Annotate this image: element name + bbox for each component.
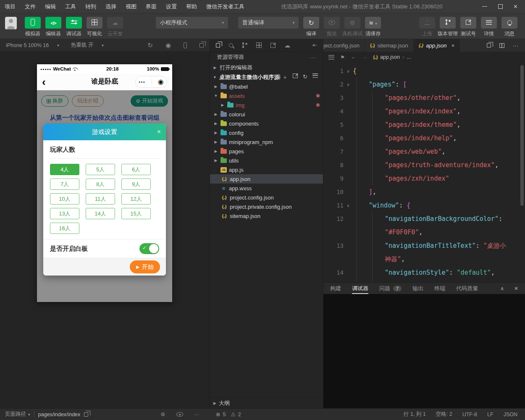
player-option-8人[interactable]: 8人 <box>86 178 115 190</box>
editor-tab-ject.config.json[interactable]: ject.config.json <box>323 39 365 52</box>
back-arrow-icon[interactable]: ← <box>351 54 356 60</box>
home-capsule-icon[interactable]: ◉ <box>158 79 164 85</box>
tree-item-app.js[interactable]: JSapp.js <box>210 165 323 174</box>
toolbar-refresh-button[interactable]: ↻编译 <box>301 17 321 37</box>
toolbar-branch-button[interactable]: 版本管理 <box>438 17 458 37</box>
copy-icon[interactable] <box>84 412 88 417</box>
toolbar-layers-button[interactable]: ≋▾清缓存 <box>363 17 383 37</box>
outline-icon[interactable] <box>328 55 334 60</box>
tree-item-app.json[interactable]: {..}app.json <box>210 174 323 184</box>
tree-item-components[interactable]: ▶components <box>210 119 323 128</box>
eye-icon[interactable] <box>176 412 183 417</box>
tree-item-utils[interactable]: ▶utils <box>210 156 323 165</box>
collapse-all-icon[interactable] <box>312 74 318 78</box>
toolbar-bell-button[interactable]: 消息 <box>499 17 520 37</box>
rotate-icon[interactable]: ↻ <box>147 42 153 49</box>
player-option-6人[interactable]: 6人 <box>121 164 151 175</box>
menu-1[interactable]: 文件 <box>20 0 40 13</box>
player-option-9人[interactable]: 9人 <box>121 178 151 190</box>
refresh-icon[interactable]: ↻ <box>303 74 307 81</box>
player-option-5人[interactable]: 5人 <box>86 164 115 175</box>
toolbar-code-button[interactable]: </>编辑器 <box>43 17 63 37</box>
status-item-4[interactable]: JSON <box>504 412 517 417</box>
tree-item-project.private.config.json[interactable]: {..}project.private.config.json <box>210 202 323 211</box>
npm-icon[interactable] <box>270 43 276 48</box>
debug-tab-问题[interactable]: 问题7 <box>379 283 402 294</box>
fold-icon[interactable]: ∨ <box>344 203 353 208</box>
fold-icon[interactable]: ∨ <box>344 82 353 87</box>
editor-scrollbar[interactable] <box>520 65 524 206</box>
menu-9[interactable]: 帮助 <box>181 0 202 13</box>
editor-tab-app.json[interactable]: {..}app.json× <box>414 39 460 52</box>
open-editors-section[interactable]: ▶ 打开的编辑器 <box>210 63 323 72</box>
more-actions-icon[interactable]: ··· <box>310 54 316 60</box>
player-option-16人[interactable]: 16人 <box>50 223 79 234</box>
menu-5[interactable]: 选择 <box>101 0 121 13</box>
modal-close-icon[interactable]: × <box>157 123 161 140</box>
toolbar-sliders-button[interactable]: 调试器 <box>64 17 84 37</box>
tree-item-sitemap.json[interactable]: {..}sitemap.json <box>210 211 323 220</box>
bookmark-icon[interactable]: ⚑ <box>340 54 345 60</box>
more-icon[interactable]: ••• <box>139 79 145 84</box>
breadcrumb-file[interactable]: app.json <box>380 54 400 60</box>
player-option-7人[interactable]: 7人 <box>50 178 79 190</box>
editor-tab-sitemap.json[interactable]: {..}sitemap.json <box>365 39 414 52</box>
debug-icon[interactable]: ⚙ <box>160 411 165 417</box>
fold-icon[interactable]: ∨ <box>344 69 353 74</box>
debug-tab-构建[interactable]: 构建 <box>330 283 341 294</box>
status-item-3[interactable]: LF <box>487 412 494 417</box>
tree-item-img[interactable]: ▶img <box>210 100 323 110</box>
more-icon[interactable]: ··· <box>513 42 518 49</box>
status-item-1[interactable]: 空格: 2 <box>436 411 452 418</box>
search-icon[interactable] <box>229 43 233 47</box>
hot-reload-select[interactable]: 热重载 开 ▾ <box>71 42 104 49</box>
collapse-sidebar-icon[interactable]: ⇤ <box>312 42 317 48</box>
page-path-value[interactable]: pages/index/index <box>38 412 81 417</box>
maximize-icon[interactable] <box>498 4 503 9</box>
debug-tab-输出[interactable]: 输出 <box>412 283 423 294</box>
project-root[interactable]: ▼ 桌游流量主微信小程序源码 ＋ ↻ <box>210 72 323 82</box>
capsule-menu[interactable]: ••• ◉ <box>135 76 167 88</box>
tree-item-config[interactable]: ▶config <box>210 128 323 137</box>
new-folder-icon[interactable] <box>293 74 298 78</box>
outline-section[interactable]: ▶ 大纲 <box>210 397 323 408</box>
player-option-12人[interactable]: 12人 <box>121 193 151 205</box>
new-file-icon[interactable]: ＋ <box>282 74 288 81</box>
player-option-13人[interactable]: 13人 <box>50 208 79 219</box>
status-item-2[interactable]: UTF-8 <box>462 412 477 417</box>
player-option-4人[interactable]: 4人 <box>50 164 79 175</box>
mode-select[interactable]: 小程序模式 ▾ <box>156 17 228 29</box>
more-icon[interactable]: ··· <box>194 412 200 417</box>
player-option-11人[interactable]: 11人 <box>86 193 115 205</box>
problems-summary[interactable]: ⊗ 5 ⚠ 2 <box>210 411 323 417</box>
tree-item-colorui[interactable]: ▶colorui <box>210 110 323 119</box>
open-preview-icon[interactable] <box>487 43 491 47</box>
device-select[interactable]: iPhone 5 100% 16 ▾ <box>6 42 59 48</box>
tree-item-assets[interactable]: ▼assets <box>210 91 323 100</box>
extensions-icon[interactable] <box>256 42 262 48</box>
menu-6[interactable]: 视图 <box>121 0 141 13</box>
close-icon[interactable]: × <box>514 3 517 10</box>
avatar[interactable] <box>5 17 17 29</box>
detach-window-icon[interactable] <box>200 43 204 47</box>
toolbar-details-button[interactable]: 详情 <box>479 17 499 37</box>
minimize-icon[interactable] <box>482 6 487 7</box>
compile-select[interactable]: 普通编译 ▾ <box>238 17 299 29</box>
toolbar-phone-button[interactable]: 模拟器 <box>23 17 43 37</box>
device-frame-icon[interactable] <box>184 42 187 48</box>
tree-item-project.config.json[interactable]: {..}project.config.json <box>210 193 323 202</box>
menu-8[interactable]: 设置 <box>161 0 181 13</box>
files-icon[interactable] <box>216 43 220 47</box>
player-option-10人[interactable]: 10人 <box>50 193 79 205</box>
split-editor-icon[interactable] <box>499 43 504 48</box>
forward-arrow-icon[interactable]: → <box>362 54 368 60</box>
toolbar-external-link-button[interactable]: 测试号 <box>458 17 478 37</box>
code-editor[interactable]: 1∨{2∨"pages": [3"pages/other/other",4"pa… <box>323 63 525 282</box>
menu-3[interactable]: 工具 <box>60 0 81 13</box>
debug-tab-调试器[interactable]: 调试器 <box>352 283 368 294</box>
player-option-14人[interactable]: 14人 <box>86 208 115 219</box>
debugger-content[interactable] <box>323 294 525 408</box>
tree-item-app.wxss[interactable]: ≡app.wxss <box>210 184 323 193</box>
collapse-panel-icon[interactable]: ∧ <box>500 286 504 291</box>
whiteboard-toggle[interactable] <box>139 243 159 254</box>
